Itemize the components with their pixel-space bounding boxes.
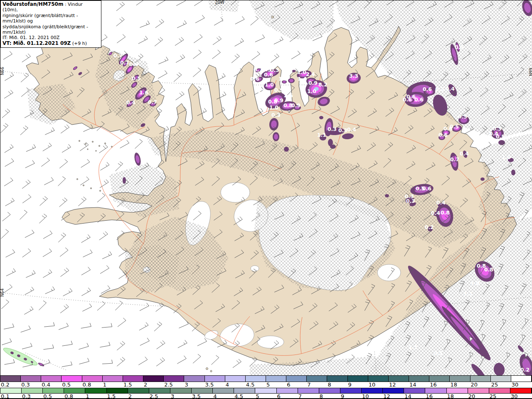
legend-line-4: IT: Mið. 01. 12. 2021 00Z [2,35,99,40]
scale-segment [225,376,246,382]
precip-value-label: 1.5 [278,76,288,82]
precip-value-label: 0.6 [438,132,448,138]
precip-value-label: 0.3 [338,127,347,133]
precip-value-label: 0.4 [431,210,440,216]
precip-value-label: 0.2 [425,224,434,230]
scale-segment [164,376,184,382]
precip-value-label: 0.4 [126,99,135,106]
scale-segment [383,388,404,393]
precip-value-label: 0.6 [129,61,138,67]
scale-segment [62,376,82,382]
precip-value-label: 0.7 [450,156,459,163]
precip-value-label: 1.1 [409,344,418,350]
weather-map: 0.70.70.60.51.60.40.70.70.50.30.60.61.01… [0,0,532,376]
scale-segment [404,388,425,393]
scale-segment [510,388,532,393]
latitude-label-n66-left: N66 [0,67,5,75]
scale-segment [43,388,64,393]
scale-segment [85,388,106,393]
precip-value-label: 2.4 [306,71,315,77]
latitude-label-66n-right: 66N [528,68,532,76]
precip-value-label: 0.7 [120,59,129,66]
scale-tick-label: 1.5 [123,382,132,388]
scale-segment [468,388,489,393]
precip-value-label: 0.4 [436,200,446,206]
precip-value-label: 0.6 [443,126,453,132]
precip-value-label: 1.0 [470,280,480,286]
scale-segment [277,388,298,393]
scale-segment [409,376,429,382]
precip-value-label: 0.6 [423,86,432,92]
scale-segment [41,376,62,382]
scale-segment [184,376,204,382]
scale-segment [170,388,192,393]
precip-value-label: 0.6 [414,96,424,103]
legend-line-1: Veðurstofan/HM750m : Vindur (10m), [2,2,99,13]
precip-value-label: 1.0 [307,88,316,94]
precip-value-label: 1.4 [298,76,307,82]
latitude-label-n64-left: N64 [0,288,5,297]
meridian-label-20w: 20W [215,0,224,5]
rain-colorbar-labels: 0.10.30.50.811.522.533.544.5567891012141… [0,394,532,398]
scale-segment [246,376,266,382]
precip-value-label: 0.7 [148,99,157,105]
scale-segment [348,376,368,382]
precip-value-label: 0.6 [250,76,259,82]
scale-tick-label: 5 [266,382,270,388]
scale-segment [429,376,450,382]
scale-segment [64,388,85,393]
precip-value-label: 0.5 [132,75,141,81]
scale-segment [447,388,468,393]
scale-segment [107,388,128,393]
scale-segment [511,376,532,382]
precip-value-label: 0.7 [254,66,263,73]
scale-segment [149,388,170,393]
scale-segment [389,376,409,382]
scale-tick-label: 30 [512,382,519,388]
precip-value-label: 0.7 [113,52,123,59]
precip-value-label: 0.3 [406,198,415,204]
scale-segment [327,376,347,382]
scale-segment [307,376,327,382]
scale-segment [368,376,389,382]
precip-value-label: 0.6 [422,185,431,192]
precip-value-label: 1.0 [297,69,306,75]
scale-segment [266,376,286,382]
scale-tick-label: 3 [185,382,188,388]
scale-tick-label: 20 [471,382,478,388]
precip-value-label: 3.3 [349,73,358,79]
precip-value-label: 1.1 [317,132,326,138]
scale-segment [82,376,103,382]
scale-tick-label: 4 [226,382,229,388]
precip-value-label: 0.3 [328,126,337,132]
precip-value-label: 0.4 [446,86,455,92]
scale-tick-label: 16 [430,382,437,388]
scale-segment [0,388,22,393]
scale-segment [103,376,123,382]
precip-value-label: 2.6 [284,92,293,99]
scale-tick-label: 25 [491,382,498,388]
precip-value-label: 1.0 [269,104,278,111]
scale-segment [319,388,340,393]
precip-value-label: 0.4 [460,150,469,157]
scale-segment [143,376,164,382]
scale-tick-label: 0.8 [83,382,91,388]
precip-value-label: 0.9 [291,102,300,108]
scale-tick-label: 6 [287,382,290,388]
scale-segment [22,388,43,393]
precip-value-label: 0.9 [257,88,266,94]
scale-segment [205,376,225,382]
scale-segment [298,388,319,393]
precip-value-label: 0.8 [484,266,493,273]
scale-segment [340,388,362,393]
scale-segment [489,388,510,393]
precip-value-label: 0.2 [520,367,530,373]
precip-value-label: 0.4 [347,126,356,133]
precip-value-label: 0.9 [308,80,318,86]
scale-segment [470,376,491,382]
precip-value-label: 8.2 [318,81,328,88]
scale-tick-label: 7 [307,382,310,388]
scale-segment [255,388,276,393]
precip-value-label: 0.9 [274,87,283,93]
precip-value-label: 0.9 [274,97,283,103]
